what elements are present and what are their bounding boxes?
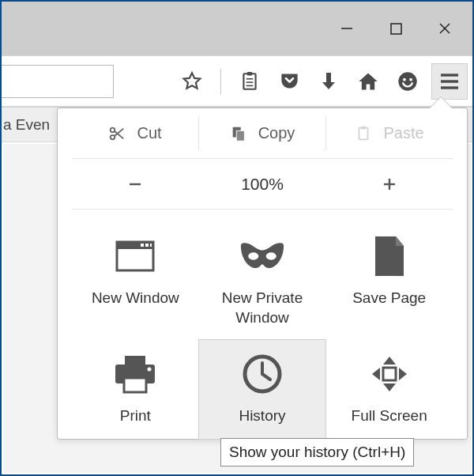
- svg-rect-4: [243, 74, 255, 89]
- save-page-button[interactable]: Save Page: [325, 222, 453, 340]
- svg-point-37: [148, 368, 152, 372]
- svg-rect-34: [125, 356, 145, 365]
- clock-icon: [239, 351, 285, 397]
- svg-point-10: [398, 72, 416, 90]
- copy-icon: [230, 125, 247, 142]
- printer-icon: [112, 351, 158, 397]
- file-icon: [367, 233, 412, 279]
- minus-icon: [126, 176, 144, 193]
- zoom-row: 100%: [72, 159, 453, 210]
- minimize-icon: [340, 21, 354, 36]
- cut-button[interactable]: Cut: [72, 108, 198, 158]
- svg-point-33: [266, 252, 276, 259]
- svg-rect-36: [124, 378, 146, 392]
- paste-icon: [355, 125, 372, 142]
- close-button[interactable]: [420, 11, 469, 46]
- download-icon: [319, 71, 338, 92]
- history-button[interactable]: History: [198, 339, 327, 440]
- copy-label: Copy: [258, 124, 295, 142]
- minimize-button[interactable]: [322, 11, 371, 46]
- hamburger-icon: [439, 73, 460, 90]
- svg-rect-29: [141, 244, 144, 247]
- pocket-button[interactable]: [278, 70, 300, 93]
- pocket-icon: [279, 70, 300, 92]
- svg-rect-21: [236, 130, 244, 141]
- svg-rect-22: [359, 127, 368, 139]
- url-input[interactable]: [2, 65, 114, 98]
- feedback-button[interactable]: [397, 70, 419, 93]
- svg-rect-30: [145, 244, 149, 247]
- fullscreen-icon: [367, 351, 412, 397]
- svg-rect-23: [362, 126, 367, 129]
- svg-rect-31: [150, 244, 152, 247]
- svg-rect-41: [383, 368, 396, 380]
- new-window-button[interactable]: New Window: [72, 222, 199, 340]
- full-screen-label: Full Screen: [352, 406, 427, 426]
- app-menu-panel: Cut Copy Paste 100%: [57, 108, 468, 440]
- svg-rect-9: [326, 73, 331, 82]
- main-toolbar: [2, 55, 472, 108]
- star-icon: [182, 71, 202, 92]
- private-window-label: New Private Window: [202, 289, 323, 327]
- copy-button[interactable]: Copy: [199, 108, 325, 158]
- bookmark-button[interactable]: [181, 70, 203, 93]
- smiley-icon: [397, 70, 419, 93]
- cut-label: Cut: [137, 124, 161, 142]
- history-tooltip: Show your history (Ctrl+H): [220, 438, 414, 467]
- zoom-level[interactable]: 100%: [199, 159, 326, 209]
- edit-row: Cut Copy Paste: [72, 108, 453, 159]
- scissors-icon: [108, 125, 126, 142]
- mask-icon: [239, 233, 285, 279]
- maximize-button[interactable]: [371, 11, 420, 46]
- close-icon: [438, 21, 452, 36]
- panel-arrow: [430, 97, 452, 108]
- zoom-in-button[interactable]: [325, 159, 453, 209]
- maximize-icon: [389, 22, 403, 36]
- reader-button[interactable]: [239, 70, 261, 93]
- menu-button[interactable]: [431, 63, 468, 100]
- print-label: Print: [120, 406, 151, 426]
- downloads-button[interactable]: [318, 70, 340, 93]
- full-screen-button[interactable]: Full Screen: [325, 340, 453, 439]
- svg-rect-1: [391, 24, 401, 34]
- new-window-label: New Window: [92, 289, 179, 308]
- history-label: History: [239, 406, 285, 426]
- home-icon: [357, 70, 379, 93]
- paste-button[interactable]: Paste: [326, 108, 453, 158]
- window-icon: [112, 233, 158, 279]
- save-page-label: Save Page: [352, 289, 426, 308]
- window-titlebar: [2, 2, 472, 55]
- plus-icon: [381, 176, 398, 193]
- divider: [220, 69, 221, 94]
- zoom-out-button[interactable]: [72, 159, 199, 209]
- paste-label: Paste: [383, 124, 423, 142]
- svg-point-32: [248, 252, 258, 259]
- svg-line-40: [262, 374, 270, 380]
- svg-point-12: [409, 77, 412, 81]
- svg-point-11: [403, 77, 406, 81]
- menu-grid: New Window New Private Window Save Page …: [72, 210, 453, 439]
- print-button[interactable]: Print: [72, 340, 199, 439]
- svg-rect-5: [247, 72, 253, 75]
- tab-title[interactable]: a Even: [3, 116, 50, 134]
- new-private-window-button[interactable]: New Private Window: [199, 222, 326, 340]
- toolbar-icons: [181, 69, 423, 94]
- clipboard-icon: [239, 71, 260, 92]
- home-button[interactable]: [357, 70, 379, 93]
